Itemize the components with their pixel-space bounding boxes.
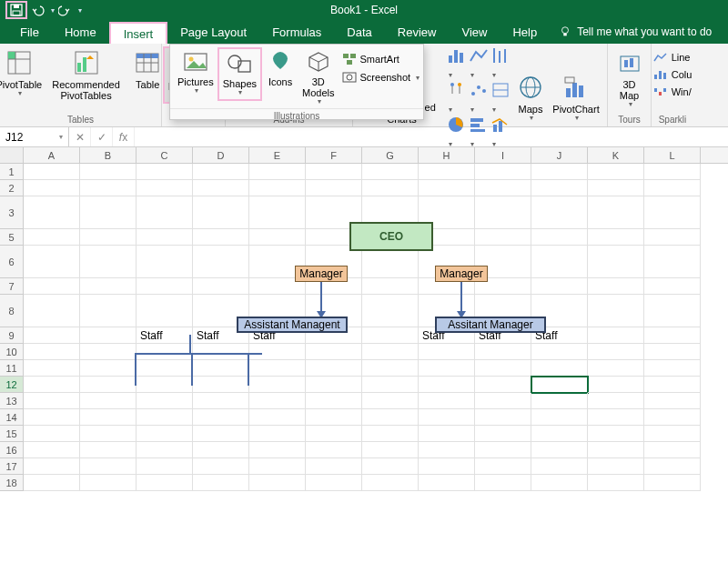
cell-K18[interactable] [588,475,644,491]
cell-D2[interactable] [193,180,249,196]
cell-I10[interactable] [475,344,531,360]
cell-B9[interactable] [80,327,136,344]
tell-me[interactable]: Tell me what you want to do [550,20,712,44]
cell-L11[interactable] [644,360,701,377]
cell-A11[interactable] [24,360,80,377]
cell-E17[interactable] [249,458,306,475]
cell-J18[interactable] [531,475,588,491]
save-button[interactable] [5,1,27,19]
tab-page-layout[interactable]: Page Layout [167,20,259,44]
cell-B15[interactable] [80,426,136,442]
cell-B3[interactable] [80,196,136,229]
cell-C5[interactable] [136,229,193,246]
cell-H13[interactable] [419,393,475,409]
cell-K5[interactable] [588,229,644,246]
cell-D13[interactable] [193,393,249,409]
cell-K16[interactable] [588,442,644,458]
cell-C13[interactable] [136,393,193,409]
cell-E2[interactable] [249,180,306,196]
cell-F10[interactable] [306,344,362,360]
cell-G11[interactable] [362,360,419,377]
cell-D16[interactable] [193,442,249,458]
cell-L17[interactable] [644,458,701,475]
cell-D3[interactable] [193,196,249,229]
cell-D18[interactable] [193,475,249,491]
hierarchy-chart-button[interactable]: ▾ [447,81,467,115]
cell-G18[interactable] [362,475,419,491]
pivottable-button[interactable]: PivotTable ▾ [0,46,42,100]
cell-G10[interactable] [362,344,419,360]
cell-L1[interactable] [644,164,701,180]
cell-B5[interactable] [80,229,136,246]
cell-L3[interactable] [644,196,701,229]
cell-J3[interactable] [531,196,588,229]
cell-B14[interactable] [80,409,136,426]
cell-B18[interactable] [80,475,136,491]
chevron-down-icon[interactable]: ▾ [59,133,63,141]
icons-button[interactable]: Icons [262,47,298,89]
cell-A15[interactable] [24,426,80,442]
cell-J15[interactable] [531,426,588,442]
cell-I13[interactable] [475,393,531,409]
cell-J16[interactable] [531,442,588,458]
cell-K15[interactable] [588,426,644,442]
bar-chart-button[interactable]: ▾ [469,116,489,149]
cell-F2[interactable] [306,180,362,196]
sparkline-col-button[interactable]: Colu [650,67,696,82]
cell-I11[interactable] [475,360,531,377]
cell-G13[interactable] [362,393,419,409]
row-head-6[interactable]: 6 [0,246,24,278]
row-head-3[interactable]: 3 [0,196,24,229]
row-head-1[interactable]: 1 [0,164,24,180]
cell-H12[interactable] [419,377,475,393]
cell-L13[interactable] [644,393,701,409]
scatter-chart-button[interactable]: ▾ [469,81,489,115]
cell-I9[interactable]: Staff [475,327,531,344]
cell-G2[interactable] [362,180,419,196]
cell-L14[interactable] [644,409,701,426]
cell-J11[interactable] [531,360,588,377]
col-head-D[interactable]: D [193,147,249,163]
cell-H5[interactable] [419,229,475,246]
cell-E13[interactable] [249,393,306,409]
cell-B7[interactable] [80,278,136,295]
pivotchart-button[interactable]: PivotChart ▾ [551,71,602,125]
cell-F5[interactable] [306,229,362,246]
col-head-K[interactable]: K [588,147,644,163]
cell-L9[interactable] [644,327,701,344]
cell-E11[interactable] [249,360,306,377]
cell-F13[interactable] [306,393,362,409]
cell-J12[interactable] [531,377,588,393]
cell-L10[interactable] [644,344,701,360]
cell-G16[interactable] [362,442,419,458]
combo-chart-button[interactable]: ▾ [490,116,511,149]
cell-B13[interactable] [80,393,136,409]
cell-E1[interactable] [249,164,306,180]
cell-G6[interactable] [362,246,419,278]
cell-J10[interactable] [531,344,588,360]
row-head-14[interactable]: 14 [0,409,24,426]
cell-K6[interactable] [588,246,644,278]
cell-H15[interactable] [419,426,475,442]
cell-A1[interactable] [24,164,80,180]
cell-L5[interactable] [644,229,701,246]
formula-cancel[interactable]: ✕ [69,127,91,146]
cell-F9[interactable] [306,327,362,344]
table-button[interactable]: Table [130,46,165,92]
cell-I6[interactable] [475,246,531,278]
pie-chart-button[interactable]: ▾ [447,116,467,149]
cell-H11[interactable] [419,360,475,377]
cell-C11[interactable] [136,360,193,377]
tab-review[interactable]: Review [385,20,450,44]
cell-I15[interactable] [475,426,531,442]
cell-B11[interactable] [80,360,136,377]
cell-A14[interactable] [24,409,80,426]
cell-A6[interactable] [24,246,80,278]
cell-A5[interactable] [24,229,80,246]
cell-A12[interactable] [24,377,80,393]
cell-I2[interactable] [475,180,531,196]
cell-L18[interactable] [644,475,701,491]
cell-C2[interactable] [136,180,193,196]
cell-I17[interactable] [475,458,531,475]
cell-E18[interactable] [249,475,306,491]
